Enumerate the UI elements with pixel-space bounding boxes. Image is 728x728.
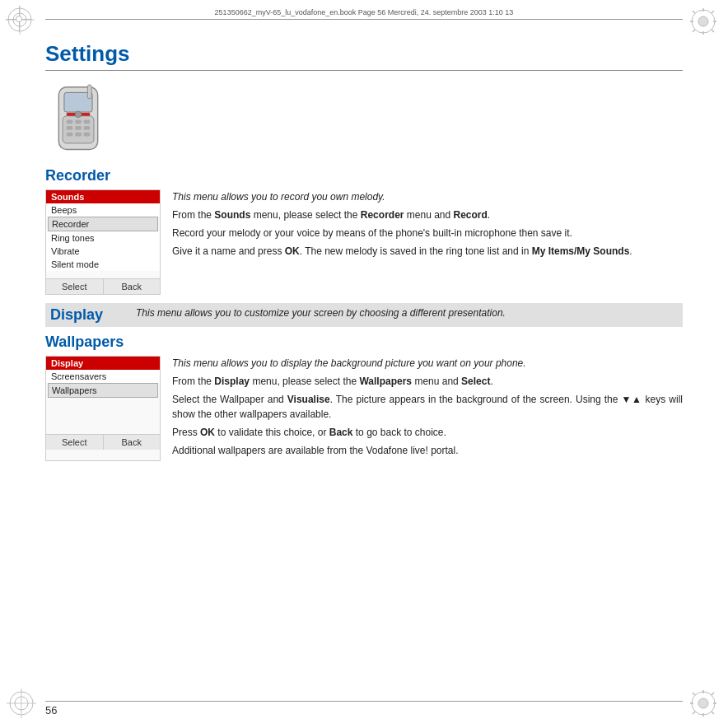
wallpapers-back-button[interactable]: Back <box>104 435 161 450</box>
wallpapers-desc-1: From the Display menu, please select the… <box>172 374 683 389</box>
display-description: This menu allows you to customize your s… <box>136 306 506 320</box>
recorder-heading: Recorder <box>45 167 683 184</box>
corner-decoration-bl <box>7 688 40 721</box>
menu-item-display[interactable]: Display <box>46 357 160 370</box>
recorder-btn-row: Select Back <box>46 278 160 294</box>
recorder-back-button[interactable]: Back <box>104 279 161 294</box>
wallpapers-desc-3: Press OK to validate this choice, or Bac… <box>172 425 683 440</box>
svg-point-42 <box>75 111 82 118</box>
svg-line-27 <box>693 712 695 714</box>
svg-rect-39 <box>84 132 91 136</box>
svg-rect-37 <box>67 132 73 136</box>
recorder-description: This menu allows you to record you own m… <box>172 189 683 295</box>
wallpapers-desc-italic: This menu allows you to display the back… <box>172 356 683 371</box>
svg-rect-41 <box>81 113 90 116</box>
page-header: 251350662_myV-65_lu_vodafone_en.book Pag… <box>45 8 683 20</box>
corner-decoration-br <box>688 688 721 721</box>
phone-image-area <box>45 81 683 159</box>
svg-line-13 <box>693 30 695 32</box>
svg-rect-43 <box>87 84 91 98</box>
wallpapers-heading: Wallpapers <box>45 334 683 351</box>
svg-line-24 <box>693 693 695 695</box>
svg-rect-40 <box>67 113 76 116</box>
svg-line-26 <box>712 693 714 695</box>
display-section: Display This menu allows you to customiz… <box>45 303 683 327</box>
corner-decoration-tr <box>688 7 721 40</box>
svg-line-11 <box>712 30 714 32</box>
recorder-desc-2: Record your melody or your voice by mean… <box>172 226 683 240</box>
wallpapers-desc-2: Select the Wallpaper and Visualise. The … <box>172 392 683 422</box>
svg-point-5 <box>698 16 708 26</box>
svg-rect-31 <box>67 119 73 124</box>
display-heading: Display <box>50 306 124 324</box>
svg-point-19 <box>698 698 708 708</box>
recorder-select-button[interactable]: Select <box>46 279 104 294</box>
menu-item-beeps[interactable]: Beeps <box>46 203 160 217</box>
menu-item-ringtones[interactable]: Ring tones <box>46 231 160 245</box>
corner-decoration-tl <box>7 7 40 40</box>
svg-rect-32 <box>75 119 82 124</box>
recorder-menu-panel: Sounds Beeps Recorder Ring tones Vibrate… <box>45 189 161 295</box>
recorder-desc-3: Give it a name and press OK. The new mel… <box>172 244 683 259</box>
svg-rect-38 <box>75 132 82 136</box>
svg-line-25 <box>712 712 714 714</box>
main-content: Settings Reco <box>45 33 683 695</box>
recorder-section: Sounds Beeps Recorder Ring tones Vibrate… <box>45 189 683 295</box>
wallpapers-desc-4: Additional wallpapers are available from… <box>172 443 683 458</box>
wallpapers-section: Display Screensavers Wallpapers Select B… <box>45 356 683 461</box>
svg-line-10 <box>693 11 695 13</box>
menu-item-vibrate[interactable]: Vibrate <box>46 245 160 258</box>
wallpapers-select-button[interactable]: Select <box>46 435 104 450</box>
menu-item-silent[interactable]: Silent mode <box>46 258 160 271</box>
page-title: Settings <box>45 41 683 71</box>
menu-item-sounds[interactable]: Sounds <box>46 190 160 203</box>
menu-item-wallpapers[interactable]: Wallpapers <box>48 383 158 398</box>
bottom-line <box>45 701 683 702</box>
page-number: 56 <box>45 704 57 716</box>
recorder-desc-italic: This menu allows you to record you own m… <box>172 189 683 204</box>
svg-line-12 <box>712 11 714 13</box>
svg-rect-36 <box>84 126 91 130</box>
menu-item-recorder[interactable]: Recorder <box>48 217 158 231</box>
svg-rect-35 <box>75 126 82 130</box>
wallpapers-menu-panel: Display Screensavers Wallpapers Select B… <box>45 356 161 461</box>
svg-rect-33 <box>84 119 91 124</box>
wallpapers-btn-row: Select Back <box>46 434 160 450</box>
wallpapers-description: This menu allows you to display the back… <box>172 356 683 461</box>
menu-item-screensavers[interactable]: Screensavers <box>46 370 160 383</box>
recorder-desc-1: From the Sounds menu, please select the … <box>172 208 683 222</box>
svg-rect-34 <box>67 126 73 130</box>
